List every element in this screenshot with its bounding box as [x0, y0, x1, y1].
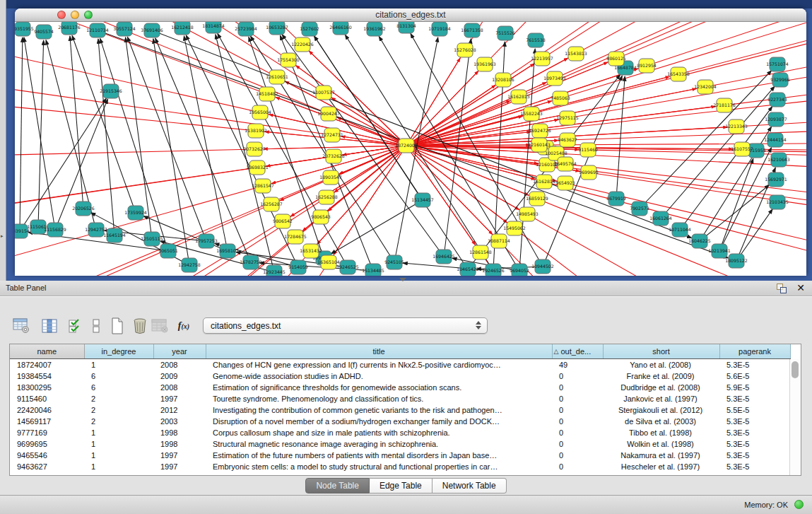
network-edge[interactable]	[337, 117, 406, 146]
table-cell-title[interactable]: Disruption of a novel member of a sodium…	[206, 416, 552, 427]
network-edge[interactable]	[519, 49, 535, 271]
table-cell-in_degree[interactable]: 2	[84, 404, 153, 416]
table-cell-in_degree[interactable]: 1	[84, 359, 153, 371]
table-cell-out_de[interactable]: 49	[552, 359, 603, 371]
function-builder-button[interactable]: f(x)	[174, 317, 194, 335]
table-cell-year[interactable]: 2008	[153, 359, 206, 371]
table-cell-year[interactable]: 2009	[153, 370, 206, 382]
column-header-pagerank[interactable]: pagerank	[719, 344, 790, 359]
network-edge[interactable]	[153, 39, 189, 265]
table-row[interactable]: 1872400712008Changes of HCN gene express…	[10, 359, 790, 371]
table-row[interactable]: 946554611997Estimation of the future num…	[10, 450, 790, 461]
table-cell-short[interactable]: Jankovic et al. (1997)	[603, 393, 719, 404]
table-cell-year[interactable]: 1998	[153, 438, 206, 450]
network-graph-svg[interactable]: 1935195594055742068117612110734305571243…	[15, 22, 806, 276]
table-cell-short[interactable]: Stergiakouli et al. (2012)	[603, 404, 719, 416]
table-cell-short[interactable]: Yano et al. (2008)	[603, 359, 719, 371]
table-cell-year[interactable]: 1997	[153, 461, 206, 472]
column-header-in_degree[interactable]: in_degree	[84, 344, 153, 359]
table-cell-name[interactable]: 22420046	[10, 404, 84, 416]
table-cell-pagerank[interactable]: 5.3E-5	[719, 461, 790, 472]
network-edge[interactable]	[719, 158, 753, 251]
network-edge[interactable]	[184, 36, 228, 251]
tab-network-table[interactable]: Network Table	[433, 478, 507, 493]
table-cell-pagerank[interactable]: 5.5E-5	[719, 404, 790, 416]
table-cell-title[interactable]: Corpus callosum shape and size in male p…	[206, 427, 552, 438]
west-panel-splitter[interactable]: ▸	[0, 0, 6, 281]
table-row[interactable]: 977716911998Corpus callosum shape and si…	[10, 427, 790, 438]
table-cell-title[interactable]: Estimation of the future numbers of pati…	[206, 450, 552, 461]
network-edge[interactable]	[406, 146, 806, 276]
row-height-button[interactable]	[86, 317, 106, 335]
network-edge[interactable]	[406, 146, 806, 276]
column-header-out_de[interactable]: △out_de...	[552, 344, 603, 359]
table-cell-out_de[interactable]: 0	[552, 370, 603, 382]
table-row[interactable]: 946362711997Embryonic stem cells: a mode…	[10, 461, 790, 472]
network-edge[interactable]	[406, 146, 806, 276]
delete-table-button[interactable]	[150, 317, 170, 335]
float-window-icon[interactable]	[777, 284, 787, 293]
network-edge[interactable]	[406, 146, 806, 259]
table-cell-year[interactable]: 1997	[153, 393, 206, 404]
close-icon[interactable]: ✕	[796, 282, 805, 293]
table-cell-title[interactable]: Investigating the contribution of common…	[206, 404, 552, 416]
table-cell-out_de[interactable]: 0	[552, 461, 603, 472]
network-edge[interactable]	[406, 146, 806, 276]
table-row[interactable]: 2242004622012Investigating the contribut…	[10, 404, 790, 416]
table-cell-in_degree[interactable]: 2	[84, 416, 153, 427]
table-cell-title[interactable]: Tourette syndrome. Phenomenology and cla…	[206, 393, 552, 404]
table-cell-in_degree[interactable]: 6	[84, 370, 153, 382]
show-columns-button[interactable]	[40, 317, 59, 335]
table-cell-out_de[interactable]: 0	[552, 427, 603, 438]
table-cell-name[interactable]: 14569117	[10, 416, 84, 427]
table-cell-year[interactable]: 2008	[153, 382, 206, 393]
table-cell-out_de[interactable]: 0	[552, 416, 603, 427]
table-cell-pagerank[interactable]: 5.3E-5	[719, 359, 790, 371]
memory-ok-icon[interactable]	[794, 500, 804, 509]
table-cell-short[interactable]: Dudbridge et al. (2008)	[603, 382, 719, 393]
network-edge[interactable]	[700, 185, 770, 241]
table-selector-dropdown[interactable]: citations_edges.txt	[203, 317, 488, 334]
network-edge[interactable]	[15, 49, 406, 146]
network-edge[interactable]	[411, 33, 543, 267]
network-edge[interactable]	[20, 98, 106, 231]
table-cell-short[interactable]: Nakamura et al. (1997)	[603, 450, 719, 461]
table-cell-name[interactable]: 18300295	[10, 382, 84, 393]
table-cell-pagerank[interactable]: 5.3E-5	[719, 393, 790, 404]
network-edge[interactable]	[406, 146, 806, 276]
table-cell-name[interactable]: 9463627	[10, 461, 84, 472]
network-edge[interactable]	[406, 58, 460, 146]
create-column-button[interactable]	[107, 317, 127, 335]
table-cell-short[interactable]: Hescheler et al. (1997)	[603, 461, 719, 472]
table-cell-in_degree[interactable]: 2	[84, 393, 153, 404]
table-cell-name[interactable]: 18724007	[10, 359, 84, 371]
select-attributes-button[interactable]	[65, 317, 85, 335]
table-cell-out_de[interactable]: 0	[552, 404, 603, 416]
tab-edge-table[interactable]: Edge Table	[370, 478, 433, 493]
column-header-name[interactable]: name	[10, 344, 84, 359]
table-cell-name[interactable]: 19384554	[10, 370, 84, 382]
column-header-short[interactable]: short	[603, 344, 719, 359]
column-header-title[interactable]: title	[206, 344, 552, 359]
network-edge[interactable]	[276, 98, 406, 146]
network-edge[interactable]	[331, 200, 423, 254]
table-cell-in_degree[interactable]: 1	[84, 450, 153, 461]
table-cell-in_degree[interactable]: 1	[84, 427, 153, 438]
network-canvas[interactable]: 1935195594055742068117612110734305571243…	[15, 22, 806, 276]
network-edge[interactable]	[403, 263, 493, 271]
network-edge[interactable]	[406, 146, 806, 276]
table-cell-pagerank[interactable]: 5.6E-5	[719, 370, 790, 382]
table-cell-pagerank[interactable]: 5.3E-5	[719, 450, 790, 461]
table-cell-title[interactable]: Estimation of significance thresholds fo…	[206, 382, 552, 393]
network-edge[interactable]	[285, 81, 406, 146]
column-header-year[interactable]: year	[153, 344, 206, 359]
network-edge[interactable]	[406, 146, 806, 276]
table-cell-name[interactable]: 9777169	[10, 427, 84, 438]
network-edge[interactable]	[98, 39, 114, 235]
table-row[interactable]: 1456911722003Disruption of a novel membe…	[10, 416, 790, 427]
table-cell-year[interactable]: 2012	[153, 404, 206, 416]
table-cell-out_de[interactable]: 0	[552, 450, 603, 461]
network-edge[interactable]	[406, 146, 493, 235]
table-cell-in_degree[interactable]: 1	[84, 461, 153, 472]
table-row[interactable]: 1938455462009Genome-wide association stu…	[10, 370, 790, 382]
